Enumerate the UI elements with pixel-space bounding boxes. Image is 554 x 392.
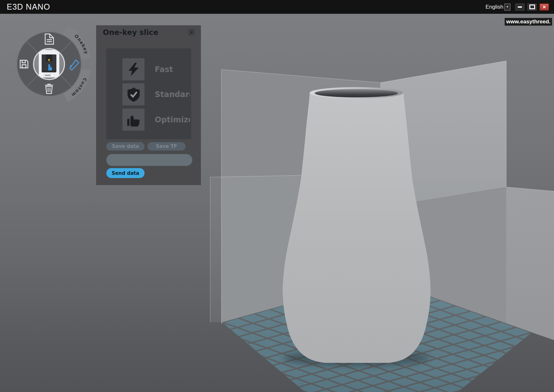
optimize-icon-tile[interactable]	[122, 109, 145, 131]
build-volume-wall-right-outer	[506, 187, 554, 340]
panel-title: One-key slice	[103, 28, 158, 37]
option-standard[interactable]: Standard	[122, 83, 190, 105]
panel-close-button[interactable]: ✕	[188, 29, 195, 36]
close-icon: ✕	[190, 30, 194, 35]
thumbs-up-icon	[126, 112, 141, 127]
chevron-down-icon[interactable]: ▼	[504, 4, 510, 11]
option-optimize[interactable]: Optimize	[122, 109, 190, 131]
close-icon: ✕	[542, 5, 546, 9]
radial-tool-menu: Onekey Custom	[4, 19, 94, 109]
minimize-button[interactable]	[515, 4, 525, 11]
maximize-button[interactable]	[527, 4, 537, 11]
send-data-button[interactable]: Send data	[106, 168, 145, 178]
option-label: Fast	[155, 65, 190, 74]
standard-icon-tile[interactable]	[122, 83, 145, 105]
save-data-button[interactable]: Save data	[106, 142, 145, 151]
lightning-icon	[126, 62, 141, 77]
app-title: E3D NANO	[7, 2, 50, 12]
option-fast[interactable]: Fast	[122, 58, 190, 80]
watermark-text: www.easythreed.	[505, 18, 552, 26]
titlebar: E3D NANO English ▼ ✕	[0, 0, 554, 14]
maximize-icon	[529, 4, 535, 9]
shield-check-icon	[126, 87, 141, 102]
save-tf-button[interactable]: Save TF	[147, 142, 186, 151]
fast-icon-tile[interactable]	[122, 58, 145, 80]
option-label: Standard	[155, 90, 190, 99]
language-value: English	[485, 4, 503, 10]
slice-data-input[interactable]	[106, 154, 192, 166]
close-button[interactable]: ✕	[540, 4, 549, 11]
one-key-slice-panel: One-key slice ✕ Fast Standard	[96, 25, 201, 185]
language-select[interactable]: English ▼	[485, 4, 510, 11]
minimize-icon	[518, 6, 522, 8]
slice-options-box: Fast Standard Optimize	[106, 48, 191, 139]
vase-rim-interior	[315, 89, 398, 97]
option-label: Optimize	[155, 115, 190, 124]
